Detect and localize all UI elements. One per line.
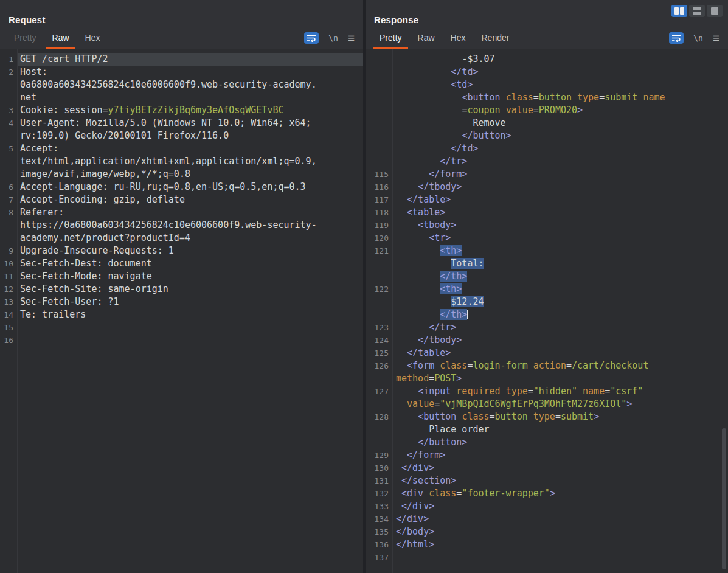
code-line[interactable]: image/avif,image/webp,*/*;q=0.8 (0, 168, 363, 181)
code-line[interactable]: 137 (366, 551, 728, 564)
line-number (0, 219, 17, 232)
code-line[interactable]: </td> (366, 66, 728, 78)
line-number: 127 (366, 385, 392, 398)
code-line[interactable]: 117 </table> (366, 193, 728, 206)
code-line[interactable]: 115 </form> (366, 168, 728, 181)
code-line[interactable]: </td> (366, 142, 728, 155)
code-line[interactable]: 128 <button class=button type=submit> (366, 411, 728, 423)
line-number: 7 (0, 193, 17, 206)
code-line[interactable]: 11Sec-Fetch-Mode: navigate (0, 270, 363, 283)
code-line[interactable]: rv:109.0) Gecko/20100101 Firefox/116.0 (0, 130, 363, 142)
line-number: 130 (366, 462, 392, 474)
code-line[interactable]: 13Sec-Fetch-User: ?1 (0, 296, 363, 308)
code-line[interactable]: 124 </tbody> (366, 334, 728, 347)
layout-columns-button[interactable] (671, 5, 687, 17)
code-line[interactable]: 134</div> (366, 513, 728, 526)
layout-single-button[interactable] (707, 5, 723, 17)
code-line[interactable]: 14Te: trailers (0, 308, 363, 321)
code-line[interactable]: <button class=button type=submit name (366, 91, 728, 104)
code-line[interactable]: 127 <input required type="hidden" name="… (366, 385, 728, 398)
code-line[interactable]: 9Upgrade-Insecure-Requests: 1 (0, 245, 363, 257)
line-number: 134 (366, 513, 392, 526)
code-line[interactable]: net (0, 91, 363, 104)
line-number (0, 168, 17, 181)
line-number: 115 (366, 168, 392, 181)
line-number: 1 (0, 53, 17, 66)
code-line[interactable]: 118 <table> (366, 206, 728, 219)
code-line[interactable]: 3Cookie: session=y7tiyBETzZikjBq6my3eAfO… (0, 104, 363, 117)
code-line[interactable]: $12.24 (366, 296, 728, 308)
code-line[interactable]: 125 </table> (366, 347, 728, 359)
code-line[interactable]: </th> (366, 270, 728, 283)
line-number (366, 155, 392, 168)
editor-menu-icon[interactable]: ≡ (713, 32, 719, 44)
code-line[interactable]: 1GET /cart HTTP/2 (0, 53, 363, 66)
code-line[interactable]: 135</body> (366, 526, 728, 538)
code-line[interactable]: value="vjMBpQIdC6WgfErPq3MOhFtM27z6XIOl"… (366, 398, 728, 411)
code-line[interactable]: 0a6800a603434256824c10e6006600f9.web-sec… (0, 78, 363, 91)
code-line[interactable]: <td> (366, 78, 728, 91)
code-line[interactable]: 15 (0, 321, 363, 334)
code-line[interactable]: 10Sec-Fetch-Dest: document (0, 257, 363, 270)
code-line[interactable]: 131 </section> (366, 474, 728, 487)
editor-menu-icon[interactable]: ≡ (348, 32, 355, 44)
wrap-lines-button[interactable] (304, 32, 319, 44)
request-editor[interactable]: 1GET /cart HTTP/22Host:0a6800a6034342568… (0, 49, 363, 573)
line-number (366, 104, 392, 117)
vertical-scrollbar[interactable] (722, 428, 726, 569)
code-line[interactable]: text/html,application/xhtml+xml,applicat… (0, 155, 363, 168)
code-line[interactable]: 5Accept: (0, 142, 363, 155)
tab-request-pretty[interactable]: Pretty (6, 27, 44, 49)
code-line[interactable]: Remove (366, 117, 728, 130)
tab-response-raw[interactable]: Raw (410, 27, 443, 49)
code-line[interactable]: 136</html> (366, 538, 728, 551)
code-line[interactable]: https://0a6800a603434256824c10e6006600f9… (0, 219, 363, 232)
line-number: 11 (0, 270, 17, 283)
code-line[interactable]: 119 <tbody> (366, 219, 728, 232)
code-line[interactable]: Total: (366, 257, 728, 270)
code-line[interactable]: 120 <tr> (366, 232, 728, 245)
line-number: 135 (366, 526, 392, 538)
code-line[interactable]: method=POST> (366, 372, 728, 385)
code-line[interactable]: 132 <div class="footer-wrapper"> (366, 487, 728, 500)
code-line[interactable]: </tr> (366, 155, 728, 168)
code-line[interactable]: </button> (366, 436, 728, 449)
line-number: 13 (0, 296, 17, 308)
tab-response-render[interactable]: Render (474, 27, 518, 49)
code-line[interactable]: 126 <form class=login-form action=/cart/… (366, 359, 728, 372)
code-line[interactable]: 130 </div> (366, 462, 728, 474)
wrap-lines-button[interactable] (669, 32, 684, 44)
code-line[interactable]: 123 </tr> (366, 321, 728, 334)
tab-response-hex[interactable]: Hex (443, 27, 474, 49)
code-line[interactable]: 8Referer: (0, 206, 363, 219)
code-line[interactable]: 116 </tbody> (366, 181, 728, 193)
code-line[interactable]: Place order (366, 423, 728, 436)
line-number: 123 (366, 321, 392, 334)
code-line[interactable]: 129 </form> (366, 449, 728, 462)
newline-toggle[interactable]: \n (328, 33, 338, 43)
tab-response-pretty[interactable]: Pretty (372, 27, 410, 49)
tab-request-raw[interactable]: Raw (44, 27, 77, 49)
line-number (366, 117, 392, 130)
code-line[interactable]: 4User-Agent: Mozilla/5.0 (Windows NT 10.… (0, 117, 363, 130)
code-line[interactable]: 121 <th> (366, 245, 728, 257)
response-editor[interactable]: -$3.07 </td> <td> <button class=button t… (366, 49, 728, 573)
code-line[interactable]: -$3.07 (366, 53, 728, 66)
code-line[interactable]: 133 </div> (366, 500, 728, 513)
line-number (366, 372, 392, 385)
code-line[interactable]: </button> (366, 130, 728, 142)
code-line[interactable]: academy.net/product?productId=4 (0, 232, 363, 245)
code-line[interactable]: 7Accept-Encoding: gzip, deflate (0, 193, 363, 206)
newline-toggle[interactable]: \n (693, 33, 703, 43)
line-number (0, 155, 17, 168)
layout-rows-button[interactable] (689, 5, 705, 17)
code-line[interactable]: 2Host: (0, 66, 363, 78)
tab-request-hex[interactable]: Hex (77, 27, 108, 49)
code-line[interactable]: </th> (366, 308, 728, 321)
code-line[interactable]: =coupon value=PROMO20> (366, 104, 728, 117)
code-line[interactable]: 122 <th> (366, 283, 728, 296)
line-number (0, 91, 17, 104)
code-line[interactable]: 6Accept-Language: ru-RU,ru;q=0.8,en-US;q… (0, 181, 363, 193)
code-line[interactable]: 16 (0, 334, 363, 347)
code-line[interactable]: 12Sec-Fetch-Site: same-origin (0, 283, 363, 296)
